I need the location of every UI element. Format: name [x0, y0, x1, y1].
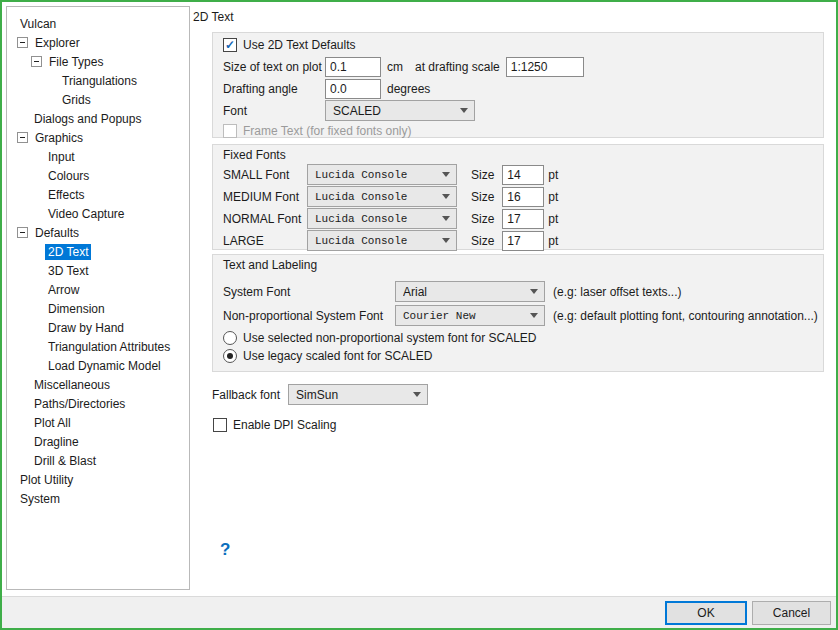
tree-item-miscellaneous[interactable]: Miscellaneous [7, 375, 189, 394]
fallback-font-row: Fallback font SimSun [212, 384, 428, 405]
size-unit-label: cm [387, 60, 403, 74]
tree-collapse-icon[interactable] [31, 56, 42, 67]
chevron-down-icon [460, 108, 468, 113]
small-font-combo[interactable]: Lucida Console [307, 164, 457, 185]
small-font-size-input[interactable] [502, 165, 544, 185]
chevron-down-icon [442, 216, 450, 221]
large-font-combo[interactable]: Lucida Console [307, 230, 457, 251]
group-fixed-fonts: Fixed Fonts SMALL Font Lucida Console Si… [212, 144, 824, 250]
tree-item-label: Miscellaneous [31, 377, 113, 393]
tree-item-label: Dimension [45, 301, 108, 317]
tree-item-input[interactable]: Input [7, 147, 189, 166]
drafting-angle-input[interactable] [325, 79, 381, 99]
fallback-font-combo[interactable]: SimSun [288, 384, 428, 405]
size-of-text-input[interactable] [325, 57, 381, 77]
chevron-down-icon [442, 238, 450, 243]
size-label: Size [471, 190, 494, 204]
radio-use-selected-nonprop[interactable] [223, 331, 237, 345]
medium-font-size-input[interactable] [502, 187, 544, 207]
tree-item-triangulations[interactable]: Triangulations [7, 71, 189, 90]
ok-button[interactable]: OK [665, 601, 747, 625]
medium-font-combo[interactable]: Lucida Console [307, 186, 457, 207]
fixed-fonts-title: Fixed Fonts [223, 148, 286, 162]
tree-item-explorer[interactable]: Explorer [7, 33, 189, 52]
tree-item-3d-text[interactable]: 3D Text [7, 261, 189, 280]
tree-item-label: Plot Utility [17, 472, 76, 488]
size-label: Size [471, 168, 494, 182]
drafting-scale-input[interactable] [506, 57, 584, 77]
tree-collapse-icon[interactable] [17, 37, 28, 48]
normal-font-size-input[interactable] [502, 209, 544, 229]
use-defaults-label: Use 2D Text Defaults [243, 38, 356, 52]
tree-item-label: Grids [59, 92, 94, 108]
tree-item-load-dynamic-model[interactable]: Load Dynamic Model [7, 356, 189, 375]
tree-item-dimension[interactable]: Dimension [7, 299, 189, 318]
tree-item-paths-directories[interactable]: Paths/Directories [7, 394, 189, 413]
nonproportional-font-label: Non-proportional System Font [223, 309, 395, 323]
tree-item-grids[interactable]: Grids [7, 90, 189, 109]
tree-item-colours[interactable]: Colours [7, 166, 189, 185]
system-font-label: System Font [223, 285, 395, 299]
chevron-down-icon [530, 313, 538, 318]
large-font-size-input[interactable] [502, 231, 544, 251]
font-combo[interactable]: SCALED [325, 100, 475, 121]
use-defaults-checkbox-checked[interactable]: ✓ [223, 38, 237, 52]
radio-use-selected-nonprop-label: Use selected non-proportional system fon… [243, 331, 536, 345]
tree-item-label: Arrow [45, 282, 82, 298]
font-label: Font [223, 104, 325, 118]
tree-item-video-capture[interactable]: Video Capture [7, 204, 189, 223]
tree-item-label: File Types [46, 54, 106, 70]
help-icon[interactable]: ? [220, 540, 230, 560]
tree-collapse-icon[interactable] [17, 227, 28, 238]
tree-item-triangulation-attributes[interactable]: Triangulation Attributes [7, 337, 189, 356]
tree-item-label: Defaults [32, 225, 82, 241]
tree-item-system[interactable]: System [7, 489, 189, 508]
font-combo-value: SCALED [333, 104, 454, 118]
tree-item-dialogs-and-popups[interactable]: Dialogs and Popups [7, 109, 189, 128]
tree-item-label: Plot All [31, 415, 74, 431]
minus-glyph [20, 137, 25, 138]
minus-glyph [20, 42, 25, 43]
tree-item-vulcan[interactable]: Vulcan [7, 14, 189, 33]
tree-item-label: Dragline [31, 434, 82, 450]
tree-item-drill-blast[interactable]: Drill & Blast [7, 451, 189, 470]
nonproportional-font-combo[interactable]: Courier New [395, 305, 545, 326]
tree-item-2d-text[interactable]: 2D Text [7, 242, 189, 261]
tree-item-plot-all[interactable]: Plot All [7, 413, 189, 432]
radio-row-legacy-scaled: Use legacy scaled font for SCALED [223, 349, 432, 363]
tree-collapse-icon[interactable] [17, 132, 28, 143]
tree-item-plot-utility[interactable]: Plot Utility [7, 470, 189, 489]
system-font-combo[interactable]: Arial [395, 281, 545, 302]
normal-font-combo[interactable]: Lucida Console [307, 208, 457, 229]
frame-text-label: Frame Text (for fixed fonts only) [243, 124, 412, 138]
chevron-down-icon [413, 392, 421, 397]
tree-item-file-types[interactable]: File Types [7, 52, 189, 71]
radio-use-legacy-scaled[interactable] [223, 349, 237, 363]
tree-item-label: Colours [45, 168, 92, 184]
tree-item-label: Video Capture [45, 206, 128, 222]
small-font-row: SMALL Font Lucida Console Size pt [223, 164, 558, 185]
tree-item-dragline[interactable]: Dragline [7, 432, 189, 451]
font-row: Font SCALED [223, 100, 475, 121]
medium-font-combo-value: Lucida Console [315, 191, 436, 203]
tree-item-arrow[interactable]: Arrow [7, 280, 189, 299]
dpi-scaling-checkbox-unchecked[interactable] [213, 418, 227, 432]
tree-item-graphics[interactable]: Graphics [7, 128, 189, 147]
large-font-combo-value: Lucida Console [315, 235, 436, 247]
minus-glyph [20, 232, 25, 233]
tree-item-draw-by-hand[interactable]: Draw by Hand [7, 318, 189, 337]
tree-item-label: Input [45, 149, 78, 165]
chevron-down-icon [442, 194, 450, 199]
pt-unit-label: pt [548, 212, 558, 226]
tree-item-defaults[interactable]: Defaults [7, 223, 189, 242]
cancel-button[interactable]: Cancel [752, 601, 831, 625]
tree-item-effects[interactable]: Effects [7, 185, 189, 204]
tree-item-label: Paths/Directories [31, 396, 128, 412]
small-font-combo-value: Lucida Console [315, 169, 436, 181]
tree-item-label: System [17, 491, 63, 507]
normal-font-row: NORMAL Font Lucida Console Size pt [223, 208, 558, 229]
pt-unit-label: pt [548, 190, 558, 204]
large-font-row: LARGE Lucida Console Size pt [223, 230, 558, 251]
text-labeling-title: Text and Labeling [223, 258, 317, 272]
footer-bar: OK Cancel [2, 596, 836, 628]
